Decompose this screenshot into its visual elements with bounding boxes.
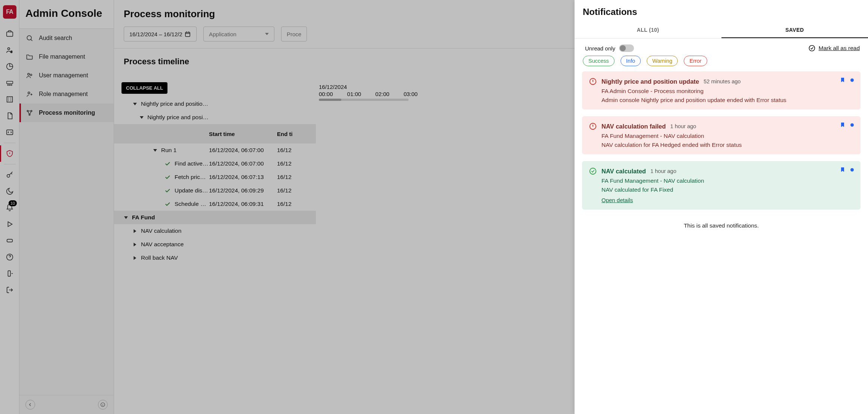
timeline-step[interactable]: Fetch prices f…16/12/2024, 06:07:1316/12 <box>114 170 316 184</box>
timeline-step[interactable]: Update disco…16/12/2024, 06:09:2916/12 <box>114 184 316 197</box>
row-end-time: 16/12 <box>277 201 316 207</box>
process-filter-label: Proce <box>287 31 301 37</box>
date-range-filter[interactable]: 16/12/2024 – 16/12/2 <box>124 27 197 41</box>
error-icon <box>589 77 597 86</box>
rail-company-icon[interactable] <box>0 91 19 108</box>
svg-point-26 <box>809 46 815 51</box>
timeline-group[interactable]: Run 116/12/2024, 06:07:0016/12 <box>114 143 316 157</box>
card-title: NAV calculation failed <box>601 123 666 130</box>
open-details-link[interactable]: Open details <box>601 197 633 203</box>
svg-point-19 <box>27 110 28 111</box>
timeline-group[interactable]: FA Fund <box>114 211 316 224</box>
filter-chip-info[interactable]: Info <box>621 56 641 66</box>
row-start-time: 16/12/2024, 06:07:13 <box>209 174 277 180</box>
svg-point-16 <box>28 73 30 75</box>
notification-card[interactable]: NAV calculation failed1 hour agoFA Fund … <box>582 116 861 154</box>
sidebar-item-audit-search[interactable]: Audit search <box>19 29 114 47</box>
sidebar-item-label: File management <box>39 53 85 60</box>
rail-ticket-icon[interactable] <box>0 232 19 249</box>
svg-rect-9 <box>6 130 13 135</box>
timeline-group[interactable]: Nightly price and positi… <box>114 111 316 124</box>
svg-rect-14 <box>8 271 10 276</box>
col-start: Start time <box>209 131 277 137</box>
svg-point-6 <box>9 84 10 86</box>
rail-logout-icon[interactable] <box>0 282 19 298</box>
rail-bell-icon[interactable]: 10 <box>0 200 19 216</box>
card-source: FA Fund Management - NAV calculation <box>601 133 854 139</box>
rail-shield-icon[interactable] <box>0 145 19 162</box>
info-icon[interactable] <box>98 400 108 410</box>
filter-chip-success[interactable]: Success <box>583 56 615 66</box>
rail-user-funds-icon[interactable]: $ <box>0 42 19 58</box>
sidebar-item-role-management[interactable]: Role management <box>19 85 114 104</box>
users-icon <box>25 71 34 80</box>
collapse-sidebar-icon[interactable] <box>25 400 35 410</box>
timeline-step[interactable]: Find active p…16/12/2024, 06:07:0016/12 <box>114 157 316 170</box>
timeline-group[interactable]: NAV acceptance <box>114 238 316 251</box>
row-label: Run 1 <box>161 147 176 154</box>
unread-dot <box>850 123 854 127</box>
notifications-panel: Notifications ALL (10) SAVED Unread only… <box>575 0 868 414</box>
svg-point-10 <box>7 174 9 177</box>
timeline-tree: FA BackNightly price and positio…Nightly… <box>114 84 316 265</box>
sidebar: Admin Console Audit search File manageme… <box>19 0 114 414</box>
sidebar-item-file-management[interactable]: File management <box>19 47 114 66</box>
rail-play-icon[interactable] <box>0 216 19 232</box>
row-label: FA Fund <box>132 214 155 221</box>
collapse-all-button[interactable]: COLLAPSE ALL <box>121 82 167 94</box>
row-end-time: 16/12 <box>277 174 316 180</box>
rail-document-icon[interactable] <box>0 108 19 124</box>
svg-point-18 <box>28 92 30 94</box>
bookmark-icon[interactable] <box>840 121 846 128</box>
svg-rect-12 <box>7 239 12 242</box>
bookmark-icon[interactable] <box>840 77 846 83</box>
svg-text:$: $ <box>10 50 12 53</box>
role-icon <box>25 90 34 98</box>
unread-only-label: Unread only <box>585 45 615 52</box>
notification-card[interactable]: NAV calculated1 hour agoFA Fund Manageme… <box>582 161 861 210</box>
tab-all[interactable]: ALL (10) <box>575 22 721 38</box>
svg-point-29 <box>590 168 596 174</box>
filter-chip-warning[interactable]: Warning <box>647 56 678 66</box>
row-label: Roll back NAV <box>141 254 178 261</box>
process-filter[interactable]: Proce <box>281 27 307 41</box>
card-title: NAV calculated <box>601 168 646 175</box>
tab-saved[interactable]: SAVED <box>721 22 868 38</box>
card-message: Admin console Nightly price and position… <box>601 97 854 104</box>
sidebar-item-label: Role management <box>39 91 88 98</box>
sidebar-item-user-management[interactable]: User management <box>19 66 114 85</box>
mark-all-as-read-button[interactable]: Mark all as read <box>808 44 860 52</box>
check-icon <box>164 201 171 207</box>
rail-code-icon[interactable] <box>0 124 19 140</box>
application-filter[interactable]: Application <box>203 27 274 41</box>
rail-cash-flow-icon[interactable] <box>0 75 19 91</box>
filter-chip-error[interactable]: Error <box>684 56 707 66</box>
timeline-group[interactable]: NAV calculation <box>114 224 316 238</box>
timeline-step[interactable]: Schedule pos…16/12/2024, 06:09:3116/12 <box>114 197 316 211</box>
rail-moon-icon[interactable] <box>0 183 19 200</box>
sidebar-item-process-monitoring[interactable]: Process monitoring <box>19 104 114 122</box>
bookmark-icon[interactable] <box>840 166 846 173</box>
card-time: 1 hour ago <box>650 168 676 174</box>
rail-analytics-icon[interactable] <box>0 58 19 75</box>
timeline-group[interactable]: Roll back NAV <box>114 251 316 265</box>
process-icon <box>25 109 34 117</box>
notification-card[interactable]: Nightly price and position update52 minu… <box>582 71 861 109</box>
calendar-icon <box>184 31 191 37</box>
timeline-group[interactable]: Nightly price and positio… <box>114 97 316 111</box>
chevron-down-icon <box>151 146 159 154</box>
row-label: Nightly price and positi… <box>147 114 209 121</box>
unread-only-toggle[interactable] <box>619 44 634 52</box>
notifications-title: Notifications <box>575 0 868 22</box>
chevron-right-icon <box>131 241 139 248</box>
app-logo[interactable]: FA <box>3 5 16 19</box>
timeline-tick: 01:00 <box>347 91 361 97</box>
sidebar-title: Admin Console <box>19 0 114 29</box>
rail-exit-icon[interactable] <box>0 265 19 282</box>
row-start-time: 16/12/2024, 06:07:00 <box>209 160 277 167</box>
rail-briefcase-icon[interactable] <box>0 25 19 42</box>
rail-help-icon[interactable] <box>0 249 19 265</box>
timeline-scrollbar[interactable] <box>319 99 409 101</box>
row-label: Nightly price and positio… <box>141 101 208 107</box>
rail-key-icon[interactable] <box>0 167 19 183</box>
